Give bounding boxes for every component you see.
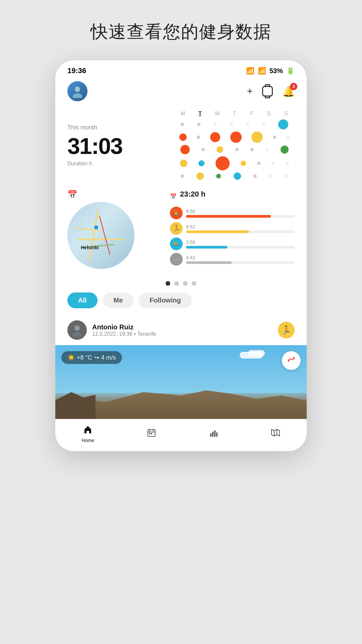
sun-icon: ☀️ xyxy=(67,354,75,361)
battery-text: 53% xyxy=(269,67,283,75)
stats-icon xyxy=(209,428,218,440)
watch-icon[interactable] xyxy=(262,86,273,97)
filter-tabs: All Me Following xyxy=(55,292,307,315)
week-label-t2: T xyxy=(230,111,240,117)
week-labels: M T W T F S S xyxy=(174,111,295,117)
week-label-m: M xyxy=(178,111,188,117)
svg-rect-15 xyxy=(216,432,218,437)
status-bar: 19:36 📶 📶 53% 🔋 xyxy=(55,60,307,78)
avatar[interactable] xyxy=(67,81,87,101)
carousel-dot-1[interactable] xyxy=(166,281,170,286)
dots-row-2 xyxy=(174,131,295,143)
map-panel: 📅 Helsinki xyxy=(67,190,163,269)
svg-point-1 xyxy=(73,93,82,98)
activity-row-swimming: 🏊 3:58 xyxy=(170,237,295,250)
svg-rect-14 xyxy=(214,430,216,437)
battery-icon: 🔋 xyxy=(286,67,295,75)
calendar-dots-panel: M T W T F S S xyxy=(174,111,295,180)
dots-row-4 xyxy=(174,156,295,170)
this-month-label: This month xyxy=(67,124,168,131)
weather-badge: ☀️ +8 °C ↪ 4 m/s xyxy=(61,351,122,364)
phone-frame: 19:36 📶 📶 53% 🔋 + 🔔 3 This month xyxy=(55,60,307,451)
swimming-icon: 🏊 xyxy=(170,237,183,250)
map-icon xyxy=(271,428,280,440)
nav-home[interactable]: Home xyxy=(82,425,94,443)
dots-row-1 xyxy=(174,119,295,129)
activity-calendar-icon: 📅 xyxy=(170,193,177,200)
dots-row-3 xyxy=(174,145,295,154)
running-info: 6:52 xyxy=(186,224,295,233)
activity-row-cycling: 🚴 8:50 xyxy=(170,207,295,219)
feed-avatar[interactable] xyxy=(67,320,87,340)
feed-sport-icon[interactable]: 🏃 xyxy=(278,322,295,338)
nav-stats[interactable] xyxy=(209,428,218,440)
bottom-nav: Home xyxy=(55,419,307,451)
status-right: 📶 📶 53% 🔋 xyxy=(246,67,295,75)
svg-marker-16 xyxy=(272,429,280,436)
running-icon: 🏃 xyxy=(170,222,183,235)
map-location-dot xyxy=(94,225,98,229)
activity-total: 23:20 h xyxy=(180,190,205,199)
nav-home-label: Home xyxy=(82,438,94,443)
tab-following[interactable]: Following xyxy=(139,292,191,308)
header-actions: + 🔔 3 xyxy=(247,86,295,97)
svg-rect-12 xyxy=(210,433,212,437)
activity-row-running: 🏃 6:52 xyxy=(170,222,295,235)
other-icon: ··· xyxy=(170,253,183,266)
page-title: 快速查看您的健身数据 xyxy=(90,20,272,44)
svg-rect-13 xyxy=(212,432,214,437)
cycling-time: 8:50 xyxy=(186,209,295,214)
carousel-dot-4[interactable] xyxy=(192,281,196,286)
svg-point-3 xyxy=(72,332,82,337)
calendar-icon xyxy=(147,428,156,440)
notification-badge: 3 xyxy=(290,83,297,90)
map-city-label: Helsinki xyxy=(81,245,99,250)
week-label-s: S xyxy=(264,111,274,117)
swimming-info: 3:58 xyxy=(186,239,295,249)
feed-user-meta: 12.5.2022, 19:36 • Tenerife xyxy=(92,331,273,337)
map-circle[interactable]: Helsinki xyxy=(67,202,134,269)
notification-button[interactable]: 🔔 3 xyxy=(282,86,295,97)
week-label-f: F xyxy=(247,111,257,117)
carousel-dot-2[interactable] xyxy=(174,281,179,286)
feed-item: Antonio Ruiz 12.5.2022, 19:36 • Tenerife… xyxy=(55,315,307,345)
week-label-t: T xyxy=(195,111,205,117)
left-panel: This month 31:03 Duration h xyxy=(67,111,168,180)
app-header: + 🔔 3 xyxy=(55,78,307,107)
week-label-w: W xyxy=(212,111,222,117)
svg-point-5 xyxy=(293,357,295,359)
wind-icon: ↪ xyxy=(94,354,99,361)
nav-calendar[interactable] xyxy=(147,428,156,440)
running-time: 6:52 xyxy=(186,224,295,229)
swimming-time: 3:58 xyxy=(186,239,295,245)
cycling-icon: 🚴 xyxy=(170,207,183,219)
stats-section: 📅 Helsinki 📅 23:20 h xyxy=(55,186,307,276)
tab-me[interactable]: Me xyxy=(103,292,134,308)
cycling-info: 8:50 xyxy=(186,209,295,218)
svg-point-4 xyxy=(288,360,290,362)
other-time: 4:43 xyxy=(186,255,295,260)
route-button[interactable] xyxy=(282,351,301,370)
feed-user-name: Antonio Ruiz xyxy=(92,323,273,331)
tab-all[interactable]: All xyxy=(67,292,98,308)
main-section: This month 31:03 Duration h M T W T F S … xyxy=(55,107,307,186)
feed-info: Antonio Ruiz 12.5.2022, 19:36 • Tenerife xyxy=(92,323,273,337)
add-button[interactable]: + xyxy=(247,86,253,97)
svg-point-2 xyxy=(74,325,80,331)
activity-row-other: ··· 4:43 xyxy=(170,253,295,266)
map-calendar-icon: 📅 xyxy=(67,190,77,199)
carousel-dot-3[interactable] xyxy=(183,281,188,286)
svg-rect-10 xyxy=(149,433,150,434)
nav-map[interactable] xyxy=(271,428,280,440)
status-time: 19:36 xyxy=(67,66,86,75)
signal-icon: 📶 xyxy=(258,67,266,75)
carousel-dots xyxy=(55,276,307,292)
big-time: 31:03 xyxy=(67,135,168,157)
svg-rect-11 xyxy=(151,433,152,434)
home-icon xyxy=(83,425,93,436)
wifi-icon: 📶 xyxy=(246,67,254,75)
activity-panel: 📅 23:20 h 🚴 8:50 🏃 6:52 xyxy=(170,190,295,269)
weather-temp: +8 °C xyxy=(77,354,92,361)
svg-point-0 xyxy=(75,87,80,92)
dots-row-5 xyxy=(174,172,295,180)
